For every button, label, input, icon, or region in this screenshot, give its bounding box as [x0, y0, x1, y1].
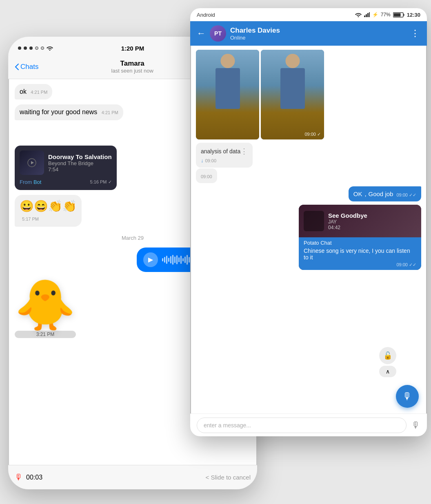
music-details: Doorway To Salvation Beyond The Bridge 7… — [48, 153, 112, 172]
from-bot-label: From Bot — [20, 179, 41, 185]
svg-rect-10 — [403, 14, 404, 16]
svg-rect-8 — [369, 12, 370, 17]
android-music-info: See Goodbye JAY 04:42 — [328, 212, 367, 230]
sent-row: OK，Good job 09:00 ✓✓ — [353, 190, 416, 198]
ios-input-bar: 🎙 00:03 < Slide to cancel — [8, 465, 257, 489]
svg-rect-5 — [364, 15, 365, 17]
signal-dot-2 — [24, 46, 27, 50]
android-music-thumb — [304, 211, 324, 231]
mic-float-button[interactable]: 🎙 — [396, 385, 419, 408]
table-row: OK，Good job 09:00 ✓✓ — [196, 186, 421, 201]
emoji-text: 😀😄👏👏 — [20, 198, 77, 214]
message-time: 4:21 PM — [102, 110, 118, 115]
file-message-bubble: analysis of data ⋮ ↓ 09:00 — [196, 143, 253, 168]
android-music-title: See Goodbye — [328, 212, 367, 219]
signal-dot-3 — [29, 46, 33, 50]
photo-grid-message: ✕ ✕ 09:00 ✓ — [196, 50, 324, 139]
svg-rect-7 — [367, 13, 369, 17]
ios-status-left — [18, 46, 53, 51]
bluetooth-icon: ⚡ — [372, 12, 378, 18]
battery-percent: 77% — [381, 12, 391, 18]
android-back-button[interactable]: ← — [197, 28, 206, 39]
signal-dot-4 — [35, 46, 38, 50]
music-duration: 7:54 — [48, 166, 112, 172]
music-message-text: Chinese song is very nice, I you can lis… — [304, 248, 416, 261]
svg-rect-11 — [393, 13, 400, 16]
android-chat-name: Charles Davies — [230, 27, 407, 35]
lock-scroll-widget: 🔓 ∧ — [379, 347, 396, 377]
sent-text: OK，Good job — [353, 190, 393, 198]
music-artist: Beyond The Bridge — [48, 160, 112, 166]
signal-dot-1 — [18, 46, 21, 50]
music-title: Doorway To Salvation — [48, 153, 112, 160]
sent-message-bubble: OK，Good job 09:00 ✓✓ — [349, 186, 421, 201]
ios-chat-status: last seen just now — [111, 68, 153, 74]
android-more-button[interactable]: ⋮ — [411, 28, 420, 39]
message-bubble-received: waiting for your good news 4:21 PM — [15, 104, 123, 120]
sent-time: 09:00 ✓✓ — [396, 192, 416, 198]
android-nav-bar: ← PT Charles Davies Online ⋮ — [190, 21, 427, 46]
sticker-container: 🐥 3:21 PM — [15, 280, 76, 338]
table-row: analysis of data ⋮ ↓ 09:00 09:00 — [196, 143, 421, 183]
recording-time: 00:03 — [26, 474, 42, 481]
music-info-row: Doorway To Salvation Beyond The Bridge 7… — [20, 150, 112, 175]
music-footer: From Bot 5:16 PM ✓ — [20, 177, 112, 185]
ios-status-time: 1:20 PM — [121, 45, 144, 52]
android-mic-icon[interactable]: 🎙 — [411, 420, 420, 431]
music-thumbnail — [20, 150, 44, 175]
ios-back-button[interactable]: Chats — [15, 63, 38, 71]
scroll-up-button[interactable]: ∧ — [379, 366, 396, 377]
music-bg: See Goodbye JAY 04:42 — [299, 205, 421, 237]
wifi-icon — [47, 46, 53, 51]
more-icon[interactable]: ⋮ — [240, 147, 248, 156]
slide-to-cancel: < Slide to cancel — [206, 474, 251, 481]
play-button[interactable]: ▶ — [143, 252, 158, 267]
music-message-bubble: Doorway To Salvation Beyond The Bridge 7… — [15, 146, 117, 190]
svg-rect-6 — [366, 14, 367, 17]
download-icon[interactable]: ↓ — [201, 157, 204, 164]
wifi-icon — [355, 12, 362, 17]
file-text: analysis of data — [201, 148, 240, 155]
android-status-bar: Android ⚡ 77% 12: — [190, 8, 427, 21]
file-row: analysis of data ⋮ — [201, 147, 248, 156]
message-text: waiting for your good news — [20, 108, 97, 115]
android-music-artist: JAY — [328, 219, 367, 225]
ios-chat-name: Tamara — [111, 60, 153, 68]
battery-icon — [393, 12, 404, 18]
table-row: See Goodbye JAY 04:42 Potato Chat Chines… — [196, 205, 421, 270]
android-phone: Android ⚡ 77% 12: — [190, 8, 427, 436]
emoji-bubble: 😀😄👏👏 5:17 PM — [15, 195, 82, 227]
android-chat-status: Online — [230, 35, 407, 41]
photo-time: 09:00 ✓ — [304, 132, 321, 137]
android-message-input[interactable]: enter a message... — [197, 418, 407, 433]
android-input-bar: enter a message... 🎙 — [190, 413, 427, 436]
android-nav-info: Charles Davies Online — [230, 27, 407, 41]
signal-dot-5 — [41, 46, 44, 50]
message-bubble-received: ok 4:21 PM — [15, 84, 52, 99]
file-bubble-container: analysis of data ⋮ ↓ 09:00 09:00 — [196, 143, 253, 183]
time-text: 09:00 — [201, 174, 212, 179]
lock-icon[interactable]: 🔓 — [379, 347, 396, 364]
back-label: Chats — [20, 63, 38, 71]
android-status-label: Android — [197, 12, 215, 18]
message-time: 4:21 PM — [31, 90, 47, 95]
android-time: 12:30 — [407, 12, 420, 18]
svg-marker-4 — [31, 161, 34, 164]
android-status-right: ⚡ 77% 12:30 — [355, 12, 420, 18]
potato-chat-label: Potato Chat — [304, 240, 416, 246]
file-time-row: ↓ 09:00 — [201, 157, 248, 164]
android-avatar: PT — [210, 25, 226, 42]
file-time: 09:00 — [205, 158, 217, 163]
record-dot-icon: 🎙 — [15, 473, 23, 482]
sticker-emoji: 🐥 — [15, 280, 76, 329]
ios-nav-center: Tamara last seen just now — [111, 60, 153, 74]
photo-thumb-2[interactable]: ✕ 09:00 ✓ — [261, 50, 324, 139]
music-sent-time: 09:00 ✓✓ — [304, 262, 416, 267]
music-time: 5:16 PM ✓ — [90, 179, 112, 185]
signal-icon — [364, 12, 370, 17]
input-placeholder: enter a message... — [204, 422, 251, 429]
message-text: ok — [20, 88, 27, 95]
photo-thumb-1[interactable]: ✕ — [196, 50, 259, 139]
time-row: 09:00 — [201, 174, 212, 179]
time-bubble: 09:00 — [196, 168, 217, 183]
